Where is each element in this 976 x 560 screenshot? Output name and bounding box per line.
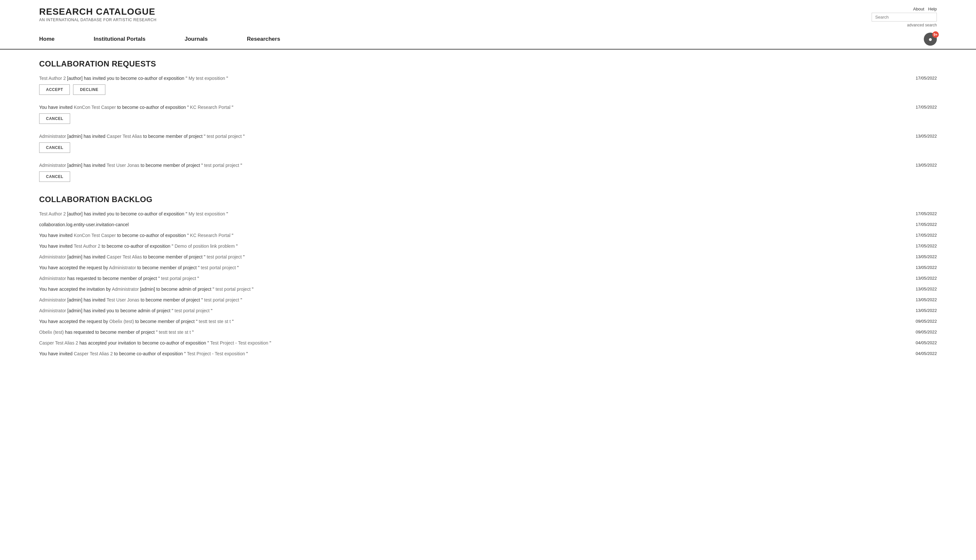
request-left-4: Administrator [admin] has invited Test U… xyxy=(39,162,909,182)
logo-area: RESEARCH CATALOGUE AN INTERNATIONAL DATA… xyxy=(39,7,157,22)
backlog-item-14: You have invited Casper Test Alias 2 to … xyxy=(39,350,937,357)
backlog-item-8: You have accepted the invitation by Admi… xyxy=(39,286,937,293)
help-link[interactable]: Help xyxy=(928,7,937,12)
notification-badge: 9+ xyxy=(932,31,939,38)
backlog-author-11[interactable]: Obelix (test) xyxy=(109,319,134,324)
backlog-text-2: collaboration.log.entity-user.invitation… xyxy=(39,221,909,228)
backlog-date-1: 17/05/2022 xyxy=(916,210,937,217)
backlog-author-5[interactable]: Casper Test Alias xyxy=(107,254,142,260)
nav-researchers[interactable]: Researchers xyxy=(247,36,280,42)
request-author2-link-3[interactable]: Casper Test Alias xyxy=(107,133,142,139)
about-link[interactable]: About xyxy=(913,7,924,12)
backlog-date-9: 13/05/2022 xyxy=(916,297,937,303)
backlog-item-10: Administrator [admin] has invited you to… xyxy=(39,307,937,314)
header-links: About Help xyxy=(913,7,937,12)
backlog-exposition-3[interactable]: KC Research Portal xyxy=(190,233,231,238)
backlog-admin-5[interactable]: Administrator xyxy=(39,254,66,260)
backlog-author-13[interactable]: Casper Test Alias 2 xyxy=(39,340,78,345)
backlog-item-4: You have invited Test Author 2 to become… xyxy=(39,243,937,250)
backlog-admin-10[interactable]: Administrator xyxy=(39,308,66,313)
backlog-text-14: You have invited Casper Test Alias 2 to … xyxy=(39,350,909,357)
backlog-author-1[interactable]: Test Author 2 xyxy=(39,211,66,217)
backlog-project-6[interactable]: test portal project xyxy=(201,265,236,270)
backlog-author-4[interactable]: Test Author 2 xyxy=(74,243,100,249)
backlog-date-11: 09/05/2022 xyxy=(916,318,937,325)
backlog-project-12[interactable]: testt test ste st t xyxy=(159,330,191,335)
backlog-exposition-14[interactable]: Test Project - Test exposition xyxy=(187,351,245,356)
request-date-2: 17/05/2022 xyxy=(916,104,937,110)
request-admin-link-3[interactable]: Administrator xyxy=(39,133,66,139)
backlog-text-12: Obelix (test) has requested to become me… xyxy=(39,329,909,336)
request-buttons-3: CANCEL xyxy=(39,142,909,153)
header-right: About Help advanced search xyxy=(872,7,937,27)
backlog-date-7: 13/05/2022 xyxy=(916,275,937,282)
user-avatar[interactable]: ● 9+ xyxy=(924,33,937,46)
cancel-button-3[interactable]: CANCEL xyxy=(39,142,70,153)
request-left-2: You have invited KonCon Test Casper to b… xyxy=(39,104,909,124)
backlog-admin-8[interactable]: Administrator xyxy=(112,287,139,292)
backlog-project-5[interactable]: test portal project xyxy=(207,254,242,260)
backlog-item-9: Administrator [admin] has invited Test U… xyxy=(39,297,937,303)
accept-button-1[interactable]: ACCEPT xyxy=(39,85,70,95)
request-exposition-link-2[interactable]: KC Research Portal xyxy=(190,105,231,110)
request-project-link-3[interactable]: test portal project xyxy=(207,133,242,139)
cancel-button-4[interactable]: CANCEL xyxy=(39,172,70,182)
request-author-link-1[interactable]: Test Author 2 xyxy=(39,76,66,81)
backlog-text-7: Administrator has requested to become me… xyxy=(39,275,909,282)
collaboration-requests-section: COLLABORATION REQUESTS Test Author 2 [au… xyxy=(39,59,937,185)
request-row-1: Test Author 2 [author] has invited you t… xyxy=(39,75,937,95)
backlog-project-8[interactable]: test portal project xyxy=(216,287,251,292)
backlog-date-12: 09/05/2022 xyxy=(916,329,937,335)
request-item-2: You have invited KonCon Test Casper to b… xyxy=(39,104,937,127)
search-input[interactable] xyxy=(872,13,937,22)
backlog-author-3[interactable]: KonCon Test Casper xyxy=(74,233,116,238)
backlog-text-9: Administrator [admin] has invited Test U… xyxy=(39,297,909,303)
backlog-project-7[interactable]: test portal project xyxy=(161,276,196,281)
request-exposition-link-1[interactable]: My test exposition xyxy=(189,76,225,81)
user-icon: ● xyxy=(928,35,932,43)
backlog-admin-6[interactable]: Administrator xyxy=(109,265,136,270)
backlog-item-6: You have accepted the request by Adminis… xyxy=(39,264,937,271)
request-row-3: Administrator [admin] has invited Casper… xyxy=(39,133,937,153)
backlog-project-11[interactable]: testt test ste st t xyxy=(199,319,231,324)
nav-home[interactable]: Home xyxy=(39,36,55,42)
logo-title: RESEARCH CATALOGUE xyxy=(39,7,157,17)
backlog-author-12[interactable]: Obelix (test) xyxy=(39,330,64,335)
cancel-button-2[interactable]: CANCEL xyxy=(39,113,70,124)
request-author2-link-4[interactable]: Test User Jonas xyxy=(107,163,139,168)
backlog-admin-9[interactable]: Administrator xyxy=(39,297,66,302)
request-author-link-2[interactable]: KonCon Test Casper xyxy=(74,105,116,110)
advanced-search-link[interactable]: advanced search xyxy=(907,23,937,27)
request-project-link-4[interactable]: test portal project xyxy=(204,163,239,168)
collaboration-backlog-title: COLLABORATION BACKLOG xyxy=(39,195,937,204)
backlog-date-14: 04/05/2022 xyxy=(916,350,937,357)
backlog-project-10[interactable]: test portal project xyxy=(174,308,209,313)
decline-button-1[interactable]: DECLINE xyxy=(73,85,105,95)
backlog-author-14[interactable]: Casper Test Alias 2 xyxy=(74,351,113,356)
backlog-text-4: You have invited Test Author 2 to become… xyxy=(39,243,909,250)
request-row-2: You have invited KonCon Test Casper to b… xyxy=(39,104,937,124)
request-admin-link-4[interactable]: Administrator xyxy=(39,163,66,168)
backlog-exposition-4[interactable]: Demo of position link problem xyxy=(174,243,234,249)
nav-journals[interactable]: Journals xyxy=(185,36,208,42)
backlog-text-6: You have accepted the request by Adminis… xyxy=(39,264,909,271)
request-text-1: Test Author 2 [author] has invited you t… xyxy=(39,75,909,82)
request-buttons-1: ACCEPT DECLINE xyxy=(39,85,909,95)
header: RESEARCH CATALOGUE AN INTERNATIONAL DATA… xyxy=(0,0,976,27)
backlog-admin-7[interactable]: Administrator xyxy=(39,276,66,281)
request-item-3: Administrator [admin] has invited Casper… xyxy=(39,133,937,156)
backlog-exposition-13[interactable]: Test Project - Test exposition xyxy=(210,340,268,345)
collaboration-requests-title: COLLABORATION REQUESTS xyxy=(39,59,937,68)
backlog-date-4: 17/05/2022 xyxy=(916,243,937,249)
backlog-author-9[interactable]: Test User Jonas xyxy=(107,297,139,302)
backlog-text-5: Administrator [admin] has invited Casper… xyxy=(39,253,909,260)
request-text-2: You have invited KonCon Test Casper to b… xyxy=(39,104,909,111)
backlog-date-13: 04/05/2022 xyxy=(916,340,937,346)
main-content: COLLABORATION REQUESTS Test Author 2 [au… xyxy=(0,50,976,377)
nav-institutional-portals[interactable]: Institutional Portals xyxy=(94,36,145,42)
backlog-project-9[interactable]: test portal project xyxy=(204,297,239,302)
backlog-exposition-1[interactable]: My test exposition xyxy=(189,211,225,217)
request-date-4: 13/05/2022 xyxy=(916,162,937,168)
backlog-item-5: Administrator [admin] has invited Casper… xyxy=(39,253,937,260)
backlog-text-8: You have accepted the invitation by Admi… xyxy=(39,286,909,293)
